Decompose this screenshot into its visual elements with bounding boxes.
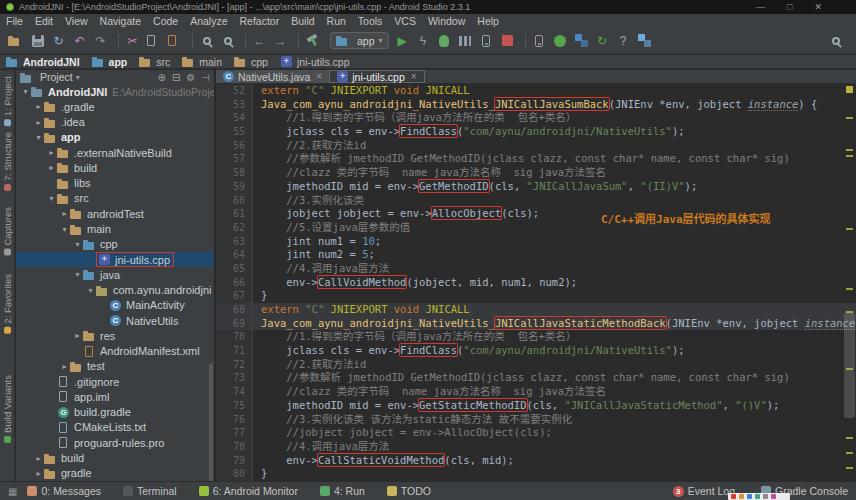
menu-build[interactable]: Build [285,14,320,28]
paste-icon[interactable] [166,32,183,49]
tree-item-cpp[interactable]: ▾cpp [16,237,214,252]
redo-icon[interactable]: ↷ [92,32,109,49]
breadcrumb-item-androidjni[interactable]: AndroidJNI [6,55,80,68]
tree-item-androidmanifest-xml[interactable]: AndroidManifest.xml [16,344,214,359]
tree-item-com-aynu-androidjni[interactable]: ▾com.aynu.androidjni [16,282,214,297]
apply-changes-icon[interactable]: ϟ [415,32,432,49]
scroll-from-source-icon[interactable]: ⊕ [158,72,166,83]
tree-item-libs[interactable]: libs [16,176,214,191]
tree-item-app-iml[interactable]: app.iml [16,389,214,404]
tree-item-app[interactable]: ▾app [16,130,214,145]
find-icon[interactable] [198,32,215,49]
minimize-button[interactable]: — [756,2,765,12]
tree-item-androidjni[interactable]: ▾AndroidJNIE:\AndroidStudioProject\An [16,84,214,99]
save-icon[interactable] [29,32,46,49]
tree-item-src[interactable]: ▾src [16,191,214,206]
tool-strip-2-favorites[interactable]: 2: Favorites [2,274,13,334]
tree-item--gradle[interactable]: ▸.gradle [16,99,214,114]
menu-code[interactable]: Code [147,14,184,28]
tree-item-build-gradle[interactable]: Gbuild.gradle [16,405,214,420]
menu-refactor[interactable]: Refactor [234,14,286,28]
run-config-selector[interactable]: app▾ [330,32,389,49]
event-log[interactable]: 3Event Log [673,485,735,497]
menu-file[interactable]: File [0,14,29,28]
chevron-down-icon[interactable]: ▾ [76,73,80,82]
cut-icon[interactable]: ✂ [124,32,141,49]
search-everywhere-icon[interactable] [827,32,844,49]
capture-icon[interactable] [531,32,548,49]
messages-toolwindow[interactable]: 0: Messages [27,485,101,497]
tree-item-androidtest[interactable]: ▸androidTest [16,206,214,221]
tool-strip-7-structure[interactable]: 7: Structure [2,132,13,191]
tool-strip-1-project[interactable]: 1: Project [2,76,13,126]
gradle-sync-icon[interactable]: ↻ [594,32,611,49]
tree-item--idea[interactable]: ▸.idea [16,115,214,130]
breadcrumb-item-src[interactable]: src [139,55,170,68]
menu-window[interactable]: Window [422,14,471,28]
breadcrumb-item-jni-utils-cpp[interactable]: +jni-utils.cpp [280,55,350,68]
back-icon[interactable]: ← [251,32,268,49]
tree-item-build[interactable]: ▸build [16,450,214,465]
editor-scrollbar-thumb[interactable] [844,312,855,418]
run-toolwindow[interactable]: 4: Run [320,485,365,497]
maximize-button[interactable]: □ [787,2,792,12]
attach-debugger-icon[interactable] [478,32,495,49]
forward-icon[interactable]: → [272,32,289,49]
tree-item-res[interactable]: ▸res [16,328,214,343]
undo-icon[interactable]: ↶ [71,32,88,49]
tree-item-java[interactable]: ▾java [16,267,214,282]
run-icon[interactable]: ▶ [394,32,411,49]
tree-item--externalnativebuild[interactable]: ▸.externalNativeBuild [16,145,214,160]
menu-view[interactable]: View [59,14,94,28]
menu-run[interactable]: Run [321,14,352,28]
menu-help[interactable]: Help [471,14,505,28]
settings-gear-icon[interactable]: ⚙ [186,72,195,83]
open-icon[interactable] [8,32,25,49]
tree-item-build[interactable]: ▸build [16,160,214,175]
sdk-manager-icon[interactable] [573,32,590,49]
tab-nativeutils-java[interactable]: C NativeUtils.java × [216,70,329,83]
avd-manager-icon[interactable] [552,32,569,49]
menu-analyze[interactable]: Analyze [184,14,233,28]
breadcrumb-item-main[interactable]: main [182,55,222,68]
build-icon[interactable] [304,32,321,49]
project-structure-icon[interactable] [636,32,653,49]
tree-item-main[interactable]: ▾main [16,221,214,236]
copy-icon[interactable] [145,32,162,49]
project-panel-title[interactable]: Project [40,71,73,83]
android-monitor-toolwindow[interactable]: 6: Android Monitor [199,485,298,497]
tree-item-test[interactable]: ▸test [16,359,214,374]
todo-toolwindow[interactable]: TODO [387,485,431,497]
profiler-icon[interactable] [457,32,474,49]
menu-tools[interactable]: Tools [352,14,389,28]
tool-strip-build-variants[interactable]: Build Variants [2,375,13,443]
tree-item-proguard-rules-pro[interactable]: proguard-rules.pro [16,435,214,450]
close-icon[interactable]: × [411,71,417,82]
tool-window-switcher-icon[interactable]: ▦ [8,486,17,497]
tab-jni-utils-cpp[interactable]: + jni-utils.cpp × [329,70,424,83]
tree-item-nativeutils[interactable]: CNativeUtils [16,313,214,328]
breadcrumb-item-cpp[interactable]: cpp [234,55,268,68]
breadcrumb-item-app[interactable]: app [92,55,128,68]
menu-edit[interactable]: Edit [29,14,59,28]
menu-vcs[interactable]: VCS [388,14,422,28]
tree-item-cmakelists-txt[interactable]: CMakeLists.txt [16,420,214,435]
sync-icon[interactable]: ↻ [50,32,67,49]
stop-icon[interactable] [499,32,516,49]
close-button[interactable]: ✕ [814,2,822,12]
project-tree-scrollbar[interactable] [209,363,213,481]
find-usages-icon[interactable] [219,32,236,49]
hide-panel-icon[interactable]: ⊣ [201,72,210,83]
tree-item--gitignore[interactable]: .gitignore [16,374,214,389]
terminal-toolwindow[interactable]: Terminal [123,485,177,497]
menu-navigate[interactable]: Navigate [94,14,147,28]
collapse-all-icon[interactable]: ⊟ [172,72,180,83]
code-editor[interactable]: C/C++调用Java层代码的具体实现 52extern "C" JNIEXPO… [216,84,856,481]
tree-item-gradle[interactable]: ▸gradle [16,466,214,481]
tree-item-jni-utils-cpp[interactable]: +jni-utils.cpp [16,252,214,267]
debug-icon[interactable] [436,32,453,49]
help-icon[interactable]: ? [615,32,632,49]
tree-item-mainactivity[interactable]: CMainActivity [16,298,214,313]
tool-strip-captures[interactable]: Captures [2,207,13,256]
close-icon[interactable]: × [316,71,322,82]
